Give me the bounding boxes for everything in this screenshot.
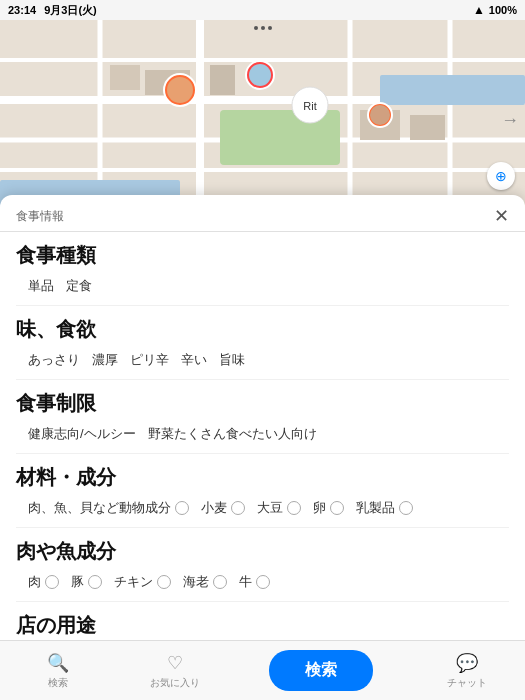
dietary-options: 健康志向/ヘルシー 野菜たくさん食べたい人向け (16, 423, 509, 449)
option-chicken[interactable]: チキン (114, 573, 171, 591)
section-title-taste: 味、食欲 (16, 316, 509, 343)
option-assari[interactable]: あっさり (28, 351, 80, 369)
option-animal-label: 肉、魚、貝など動物成分 (28, 499, 171, 517)
radio-niku[interactable] (45, 575, 59, 589)
map-area[interactable]: Rit ⊕ © OpenStreetMap contributors → (0, 20, 525, 220)
favorites-tab-icon: ♡ (167, 652, 183, 674)
search-main-button[interactable]: 検索 (269, 650, 373, 691)
option-yasai[interactable]: 野菜たくさん食べたい人向け (148, 425, 317, 443)
radio-buta[interactable] (88, 575, 102, 589)
sheet-title: 食事情報 (16, 208, 64, 225)
option-tanpin[interactable]: 単品 (28, 277, 54, 295)
option-soy-label: 大豆 (257, 499, 283, 517)
option-umami[interactable]: 旨味 (219, 351, 245, 369)
sheet-content[interactable]: 食事種類 単品 定食 味、食欲 あっさり 濃厚 ピリ辛 辛い 旨味 食事制限 健… (0, 232, 525, 640)
close-button[interactable]: ✕ (494, 207, 509, 225)
radio-animal[interactable] (175, 501, 189, 515)
option-wheat[interactable]: 小麦 (201, 499, 245, 517)
section-purpose: 店の用途 一人でも快適 家族連れに優しい デート (16, 602, 509, 640)
option-ebi[interactable]: 海老 (183, 573, 227, 591)
section-title-meal-type: 食事種類 (16, 242, 509, 269)
option-nokou[interactable]: 濃厚 (92, 351, 118, 369)
radio-ebi[interactable] (213, 575, 227, 589)
option-niku[interactable]: 肉 (28, 573, 59, 591)
map-svg: Rit (0, 20, 525, 220)
favorites-tab-label: お気に入り (150, 676, 200, 690)
battery-icon: 100% (489, 4, 517, 16)
chat-tab-label: チャット (447, 676, 487, 690)
sheet-header: 食事情報 ✕ (0, 195, 525, 232)
status-bar: 23:14 9月3日(火) ▲ 100% (0, 0, 525, 20)
option-gyu-label: 牛 (239, 573, 252, 591)
map-dots (254, 26, 272, 30)
option-ebi-label: 海老 (183, 573, 209, 591)
option-buta[interactable]: 豚 (71, 573, 102, 591)
option-pirikara[interactable]: ピリ辛 (130, 351, 169, 369)
meat-fish-options: 肉 豚 チキン 海老 牛 (16, 571, 509, 597)
svg-rect-16 (410, 115, 445, 140)
search-tab-label: 検索 (48, 676, 68, 690)
svg-rect-11 (380, 75, 525, 105)
option-animal[interactable]: 肉、魚、貝など動物成分 (28, 499, 189, 517)
search-button-container: 検索 (233, 641, 408, 700)
section-title-meat-fish: 肉や魚成分 (16, 538, 509, 565)
tab-bar: 🔍 検索 ♡ お気に入り 検索 💬 チャット (0, 640, 525, 700)
option-chicken-label: チキン (114, 573, 153, 591)
section-title-ingredients: 材料・成分 (16, 464, 509, 491)
svg-rect-14 (210, 65, 235, 95)
svg-text:Rit: Rit (303, 100, 316, 112)
section-meat-fish: 肉や魚成分 肉 豚 チキン 海老 牛 (16, 528, 509, 602)
status-right: ▲ 100% (473, 3, 517, 17)
ingredients-options: 肉、魚、貝など動物成分 小麦 大豆 卵 乳製品 (16, 497, 509, 523)
option-wheat-label: 小麦 (201, 499, 227, 517)
section-title-purpose: 店の用途 (16, 612, 509, 639)
option-teishoku[interactable]: 定食 (66, 277, 92, 295)
chat-tab-icon: 💬 (456, 652, 478, 674)
compass-button[interactable]: ⊕ (487, 162, 515, 190)
option-buta-label: 豚 (71, 573, 84, 591)
search-tab-icon: 🔍 (47, 652, 69, 674)
section-dietary: 食事制限 健康志向/ヘルシー 野菜たくさん食べたい人向け (16, 380, 509, 454)
option-dairy-label: 乳製品 (356, 499, 395, 517)
svg-point-21 (249, 64, 271, 86)
option-soy[interactable]: 大豆 (257, 499, 301, 517)
bottom-sheet: 食事情報 ✕ 食事種類 単品 定食 味、食欲 あっさり 濃厚 ピリ辛 辛い 旨味… (0, 195, 525, 700)
option-egg-label: 卵 (313, 499, 326, 517)
section-meal-type: 食事種類 単品 定食 (16, 232, 509, 306)
option-dairy[interactable]: 乳製品 (356, 499, 413, 517)
option-niku-label: 肉 (28, 573, 41, 591)
section-ingredients: 材料・成分 肉、魚、貝など動物成分 小麦 大豆 卵 (16, 454, 509, 528)
svg-point-20 (167, 77, 193, 103)
tab-favorites[interactable]: ♡ お気に入り (117, 641, 234, 700)
option-karai[interactable]: 辛い (181, 351, 207, 369)
svg-point-22 (370, 105, 390, 125)
meal-type-options: 単品 定食 (16, 275, 509, 301)
option-gyu[interactable]: 牛 (239, 573, 270, 591)
tab-search[interactable]: 🔍 検索 (0, 641, 117, 700)
radio-soy[interactable] (287, 501, 301, 515)
taste-options: あっさり 濃厚 ピリ辛 辛い 旨味 (16, 349, 509, 375)
section-title-dietary: 食事制限 (16, 390, 509, 417)
status-date: 9月3日(火) (44, 3, 97, 18)
option-egg[interactable]: 卵 (313, 499, 344, 517)
tab-chat[interactable]: 💬 チャット (408, 641, 525, 700)
status-time: 23:14 (8, 4, 36, 16)
radio-chicken[interactable] (157, 575, 171, 589)
section-taste: 味、食欲 あっさり 濃厚 ピリ辛 辛い 旨味 (16, 306, 509, 380)
radio-gyu[interactable] (256, 575, 270, 589)
map-expand-icon[interactable]: → (501, 110, 519, 131)
svg-rect-12 (110, 65, 140, 90)
radio-wheat[interactable] (231, 501, 245, 515)
wifi-icon: ▲ (473, 3, 485, 17)
option-healthy[interactable]: 健康志向/ヘルシー (28, 425, 136, 443)
radio-dairy[interactable] (399, 501, 413, 515)
radio-egg[interactable] (330, 501, 344, 515)
